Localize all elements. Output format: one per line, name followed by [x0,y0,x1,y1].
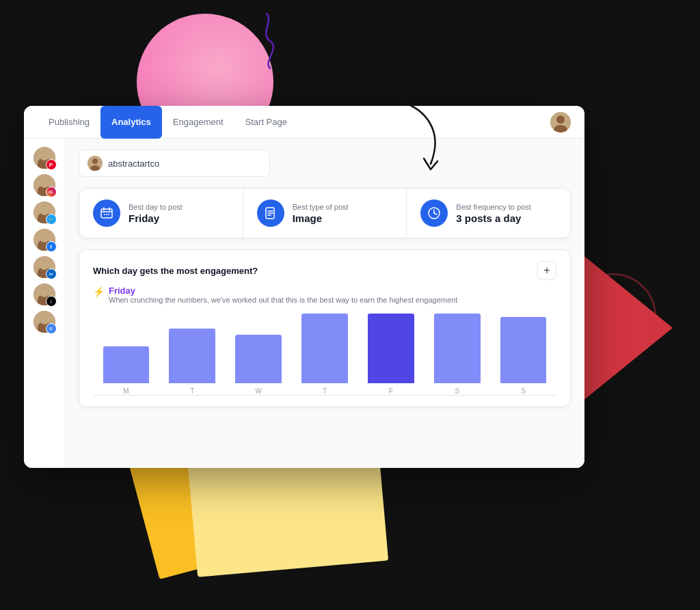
tiktok-badge: ♪ [46,296,57,307]
account-selector[interactable]: abstractartco [79,150,270,177]
bar-S [434,314,481,383]
stat-value-best-frequency: 3 posts a day [456,212,530,224]
svg-point-33 [108,214,109,215]
svg-point-32 [106,214,107,215]
svg-point-4 [40,151,49,159]
bar-M [103,346,150,383]
svg-point-10 [40,206,49,214]
insight-description: When crunching the numbers, we've worked… [109,296,457,304]
stat-card-best-type: Best type of post Image [243,189,407,238]
main-area: P IG 🐦 f [24,139,584,468]
bar-T [169,329,215,383]
calendar-icon [93,199,120,227]
svg-point-25 [92,158,98,164]
bar-day-label: M [123,387,129,395]
sidebar-item-facebook[interactable]: f [33,229,55,251]
content-panel: abstractartco [65,139,584,468]
stat-card-best-frequency: Best frequency to post 3 posts a day [407,189,570,238]
bar-group-F: F [358,314,424,395]
lightning-icon: ⚡ [93,286,105,297]
svg-point-7 [40,178,49,186]
bar-day-label: S [521,387,526,395]
bar-group-T: T [292,314,358,395]
stats-row: Best day to post Friday Best [79,188,571,238]
svg-rect-27 [101,209,112,218]
bar-F [368,314,414,383]
bar-day-label: T [323,387,327,395]
bar-W [235,335,282,383]
svg-point-13 [40,233,49,241]
stat-content-best-type: Best type of post Image [293,203,349,224]
stat-label-best-type: Best type of post [293,203,349,211]
sidebar-item-twitter[interactable]: 🐦 [33,202,55,223]
app-window: Publishing Analytics Engagement Start Pa… [24,106,584,468]
deco-arrow [383,96,465,187]
account-selector-name: abstractartco [108,158,159,169]
bar-day-label: T [190,387,194,395]
avatar[interactable] [550,112,571,133]
stat-label-best-day: Best day to post [129,203,183,211]
chart-header: Which day gets the most engagement? + [93,261,556,280]
tab-analytics[interactable]: Analytics [100,106,162,139]
nav-bar: Publishing Analytics Engagement Start Pa… [24,106,584,139]
document-icon [257,199,284,227]
sidebar-item-googlebusiness[interactable]: G [33,311,55,333]
insight-day: Friday [109,286,457,296]
svg-point-31 [104,214,105,215]
chart-insight: ⚡ Friday When crunching the numbers, we'… [93,286,556,304]
clock-icon [420,199,448,227]
chart-add-button[interactable]: + [537,261,556,280]
account-selector-avatar [88,156,103,171]
sidebar-item-linkedin[interactable]: in [33,256,55,278]
googlebusiness-badge: G [46,323,57,334]
bar-group-W: W [226,314,292,395]
chart-wrapper: MTWTFSS [93,314,556,396]
bar-day-label: W [255,387,261,395]
bar-day-label: F [389,387,393,395]
svg-point-1 [556,115,565,124]
svg-point-19 [40,288,49,296]
stat-value-best-day: Friday [129,212,183,224]
svg-point-16 [40,260,49,268]
deco-squiggle [232,7,301,78]
tab-publishing[interactable]: Publishing [38,106,100,139]
sidebar: P IG 🐦 f [24,139,65,468]
facebook-badge: f [46,241,57,252]
bar-day-label: S [455,387,459,395]
chart-title: Which day gets the most engagement? [93,266,258,276]
stat-content-best-day: Best day to post Friday [129,203,183,224]
sidebar-item-pinterest[interactable]: P [33,147,55,169]
tab-engagement[interactable]: Engagement [162,106,234,139]
instagram-badge: IG [46,186,57,197]
sidebar-item-tiktok[interactable]: ♪ [33,283,55,305]
stat-card-best-day: Best day to post Friday [79,189,243,238]
stat-value-best-type: Image [293,212,349,224]
stat-content-best-frequency: Best frequency to post 3 posts a day [456,203,530,224]
twitter-badge: 🐦 [46,214,57,225]
stat-label-best-frequency: Best frequency to post [456,203,530,211]
sidebar-item-instagram[interactable]: IG [33,174,55,196]
svg-line-40 [434,213,437,214]
insight-text: Friday When crunching the numbers, we've… [109,286,457,304]
chart-section: Which day gets the most engagement? + ⚡ … [79,249,571,407]
svg-point-22 [40,315,49,323]
pinterest-badge: P [46,159,57,170]
bar-group-T: T [159,314,226,395]
bar-group-S: S [490,314,556,395]
bar-chart: MTWTFSS [93,314,556,396]
tab-start-page[interactable]: Start Page [234,106,298,139]
bar-group-S: S [424,314,490,395]
bar-T [301,314,348,383]
bar-group-M: M [93,314,159,395]
linkedin-badge: in [46,268,57,279]
bar-S [500,317,547,383]
